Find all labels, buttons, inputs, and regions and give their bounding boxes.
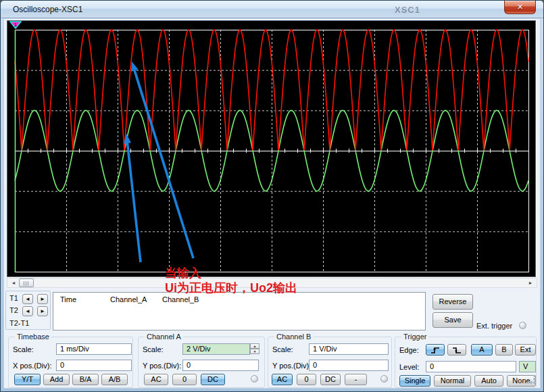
channel-b-ac-button[interactable]: AC: [272, 374, 293, 385]
timebase-scale-field[interactable]: 1 ms/Div: [56, 343, 132, 355]
timebase-ba-button[interactable]: B/A: [72, 374, 99, 385]
annotation-text-line1: 当输入: [165, 266, 201, 280]
window-title: Oscilloscope-XSC1: [13, 5, 82, 14]
ext-trigger-led-icon[interactable]: [519, 322, 526, 329]
t2-left-button[interactable]: ◄: [22, 306, 33, 316]
t1-right-icon: ►: [40, 296, 45, 302]
timebase-xpos-label: X pos.(Div):: [13, 362, 51, 370]
channel-a-led-icon: [251, 375, 258, 383]
t1-left-button[interactable]: ◄: [22, 294, 33, 304]
timebase-add-button[interactable]: Add: [43, 374, 70, 385]
channel-b-minus-button[interactable]: -: [345, 374, 367, 385]
trigger-source-b-button[interactable]: B: [495, 344, 513, 356]
trigger-group: Trigger Edge: A B Ext Level: 0 V Single: [395, 337, 537, 388]
channel-a-zero-button[interactable]: 0: [172, 374, 197, 385]
annotation-text-line2: Ui为正电压时，Uo2输出: [165, 281, 297, 295]
measurement-readout: Time Channel_A Channel_B: [53, 292, 426, 330]
timebase-yt-button[interactable]: Y/T: [14, 374, 41, 385]
title-bar[interactable]: Oscilloscope-XSC1 XSC1 ✕: [1, 1, 543, 18]
scrollbar-thumb[interactable]: [19, 278, 34, 287]
timebase-title: Timebase: [15, 333, 51, 341]
channel-b-led-icon: [380, 375, 388, 383]
waveform-canvas: [7, 21, 535, 276]
trigger-edge-label: Edge:: [399, 346, 419, 354]
channel-b-scale-label: Scale:: [272, 345, 293, 353]
channel-b-ypos-field[interactable]: 0: [309, 360, 389, 371]
channel-a-scale-field[interactable]: 2 V/Div: [182, 343, 250, 355]
trigger-mode-single-button[interactable]: Single: [399, 375, 430, 387]
column-header-time: Time: [60, 295, 76, 303]
channel-b-ypos-label: Y pos.(Div):: [272, 362, 311, 370]
scroll-right-button[interactable]: ►: [526, 279, 535, 287]
timebase-group: Timebase Scale: 1 ms/Div X pos.(Div): 0 …: [8, 337, 133, 388]
channel-a-scale-label: Scale:: [143, 345, 164, 353]
spinner-up-button[interactable]: ▲: [250, 343, 259, 349]
timebase-scale-label: Scale:: [13, 345, 34, 353]
edge-rising-button[interactable]: [426, 344, 445, 356]
trigger-marker-number: 1: [14, 22, 17, 27]
background-watermark: XSC1: [395, 5, 420, 15]
trigger-level-field[interactable]: 0: [426, 361, 516, 372]
t2-right-button[interactable]: ►: [37, 306, 48, 316]
channel-b-group: Channel B Scale: 1 V/Div Y pos.(Div): 0 …: [268, 337, 392, 388]
t2-right-icon: ►: [40, 308, 45, 314]
channel-b-title: Channel B: [274, 333, 313, 341]
t1-right-button[interactable]: ►: [37, 294, 48, 304]
column-header-channel-a: Channel_A: [110, 295, 147, 303]
t2-left-icon: ◄: [25, 308, 30, 314]
cursor-panel: T1 ◄ ► T2 ◄ ► T2-T1: [5, 291, 51, 330]
scroll-right-icon: ►: [528, 280, 533, 285]
channel-a-group: Channel A Scale: 2 V/Div ▲ ▼ Y pos.(Div)…: [138, 337, 265, 388]
trigger-source-a-button[interactable]: A: [471, 344, 493, 356]
t1-label: T1: [9, 294, 18, 302]
channel-a-ac-button[interactable]: AC: [144, 374, 168, 385]
edge-rising-icon: [430, 346, 440, 354]
scrollbar-grip-icon: [24, 281, 30, 286]
channel-b-zero-button[interactable]: 0: [297, 374, 316, 385]
spinner-down-button[interactable]: ▼: [250, 349, 259, 354]
oscilloscope-window: Oscilloscope-XSC1 XSC1 ✕ 1 ◄ ►: [0, 0, 544, 392]
trigger-mode-auto-button[interactable]: Auto: [474, 375, 503, 387]
channel-a-scale-spinner: ▲ ▼: [250, 343, 259, 355]
trigger-level-unit[interactable]: V: [519, 361, 536, 372]
trigger-title: Trigger: [401, 333, 428, 341]
scroll-left-icon: ◄: [11, 280, 16, 285]
channel-a-dc-button[interactable]: DC: [201, 374, 225, 385]
channel-b-dc-button[interactable]: DC: [320, 374, 341, 385]
t2-t1-label: T2-T1: [9, 319, 29, 327]
scroll-left-button[interactable]: ◄: [9, 279, 18, 287]
trigger-source-ext-button[interactable]: Ext: [515, 344, 536, 356]
close-icon: ✕: [517, 3, 523, 11]
spinner-up-icon: ▲: [253, 344, 257, 348]
scope-display: 1: [7, 20, 536, 277]
dialog-body: 1 ◄ ► T1 ◄ ► T2 ◄ ►: [3, 18, 541, 389]
edge-falling-icon: [452, 346, 462, 354]
reverse-button[interactable]: Reverse: [432, 294, 473, 310]
timebase-xpos-field[interactable]: 0: [56, 360, 132, 371]
channel-a-ypos-field[interactable]: 0: [182, 360, 259, 371]
t1-left-icon: ◄: [25, 296, 30, 302]
channel-b-scale-field[interactable]: 1 V/Div: [309, 343, 389, 355]
resize-grip[interactable]: [527, 375, 537, 385]
spinner-down-icon: ▼: [253, 349, 257, 353]
channel-a-ypos-label: Y pos.(Div):: [143, 362, 181, 370]
save-button[interactable]: Save: [432, 312, 473, 328]
trigger-position-marker[interactable]: 1: [9, 21, 22, 29]
ext-trigger-label: Ext. trigger: [476, 322, 512, 330]
edge-falling-button[interactable]: [447, 344, 466, 356]
timebase-ab-button[interactable]: A/B: [101, 374, 128, 385]
trigger-mode-normal-button[interactable]: Normal: [434, 375, 471, 387]
column-header-channel-b: Channel_B: [162, 295, 199, 303]
t2-label: T2: [9, 306, 18, 314]
channel-a-title: Channel A: [145, 333, 183, 341]
trigger-level-label: Level:: [399, 363, 419, 371]
close-button[interactable]: ✕: [504, 1, 536, 14]
